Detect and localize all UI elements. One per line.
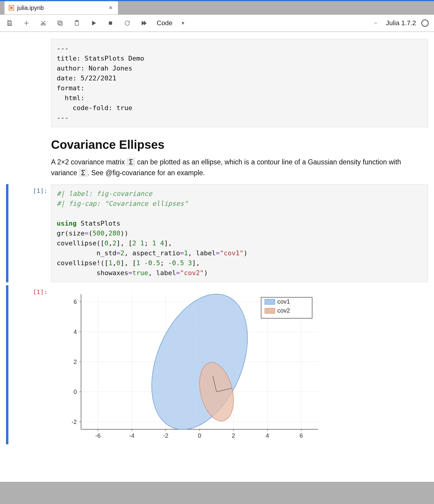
tab-filename: julia.ipynb: [17, 4, 44, 11]
add-cell-button[interactable]: [22, 19, 31, 27]
svg-text:cov2: cov2: [277, 307, 290, 314]
tab-julia-notebook[interactable]: julia.ipynb ×: [4, 1, 118, 14]
tab-bar: julia.ipynb ×: [0, 0, 434, 14]
code-cell[interactable]: [1]: #| label: fig-covariance #| fig-cap…: [6, 184, 428, 282]
run-all-button[interactable]: [140, 19, 148, 27]
sigma-symbol: Σ: [127, 158, 135, 166]
output-prompt: [1]:: [21, 285, 51, 444]
svg-point-53: [133, 288, 266, 444]
svg-text:-4: -4: [129, 432, 134, 439]
svg-rect-58: [265, 299, 275, 304]
sigma-symbol: Σ: [79, 169, 87, 177]
svg-text:6: 6: [300, 432, 303, 439]
cell-type-label: Code: [157, 19, 173, 27]
svg-text:-6: -6: [95, 432, 101, 439]
md-text: . See @fig-covariance for an example.: [87, 169, 205, 177]
svg-text:2: 2: [232, 432, 235, 439]
svg-rect-60: [265, 308, 275, 314]
svg-text:0: 0: [74, 388, 77, 395]
raw-cell-editor[interactable]: --- title: StatsPlots Demo author: Norah…: [51, 39, 428, 127]
notebook-icon: [9, 5, 14, 10]
paste-button[interactable]: [73, 19, 81, 27]
svg-marker-13: [142, 21, 144, 25]
stop-button[interactable]: [106, 19, 115, 27]
chevron-down-icon: ▾: [182, 20, 184, 26]
kernel-status-icon: [421, 20, 429, 27]
svg-text:-2: -2: [163, 432, 168, 439]
copy-button[interactable]: [56, 19, 64, 27]
svg-rect-8: [58, 21, 61, 24]
restart-button[interactable]: [123, 19, 131, 27]
md-text: A 2×2 covariance matrix: [51, 158, 127, 166]
save-button[interactable]: [5, 19, 14, 27]
markdown-paragraph: A 2×2 covariance matrix Σ can be plotted…: [51, 157, 428, 178]
code-editor[interactable]: #| label: fig-covariance #| fig-cap: "Co…: [51, 184, 428, 282]
cell-select-bar[interactable]: [6, 184, 8, 282]
raw-cell[interactable]: --- title: StatsPlots Demo author: Norah…: [6, 39, 428, 127]
svg-marker-11: [92, 21, 95, 25]
svg-marker-14: [144, 21, 146, 25]
kernel-indicator[interactable]: Julia 1.7.2: [386, 19, 429, 27]
svg-rect-0: [8, 23, 11, 25]
plot-output: -6-4-20246-20246cov1cov2: [51, 285, 428, 444]
markdown-heading: Covariance Ellipses: [51, 138, 428, 152]
svg-text:-2: -2: [71, 418, 77, 425]
svg-rect-12: [109, 22, 112, 24]
notebook-toolbar: Code ▾ ⌁ Julia 1.7.2: [0, 14, 434, 32]
output-cell: [1]: -6-4-20246-20246cov1cov2: [6, 285, 428, 444]
svg-text:4: 4: [74, 328, 77, 335]
kernel-label: Julia 1.7.2: [386, 19, 416, 27]
run-button[interactable]: [89, 19, 98, 27]
svg-text:0: 0: [198, 432, 201, 439]
input-prompt: [1]:: [21, 184, 51, 282]
svg-text:2: 2: [74, 358, 77, 365]
cell-select-bar[interactable]: [6, 285, 8, 444]
svg-text:cov1: cov1: [277, 298, 290, 305]
markdown-cell[interactable]: Covariance Ellipses A 2×2 covariance mat…: [6, 130, 428, 181]
debugger-icon[interactable]: ⌁: [374, 19, 378, 27]
notebook-body: --- title: StatsPlots Demo author: Norah…: [0, 32, 434, 482]
cell-type-select[interactable]: Code ▾: [157, 19, 184, 27]
svg-text:6: 6: [74, 298, 77, 305]
app-window: julia.ipynb ×: [0, 0, 434, 482]
close-icon[interactable]: ×: [109, 4, 113, 11]
covariance-plot: -6-4-20246-20246cov1cov2: [60, 288, 324, 444]
svg-text:4: 4: [266, 432, 269, 439]
cut-button[interactable]: [39, 19, 47, 27]
svg-rect-7: [59, 22, 62, 25]
